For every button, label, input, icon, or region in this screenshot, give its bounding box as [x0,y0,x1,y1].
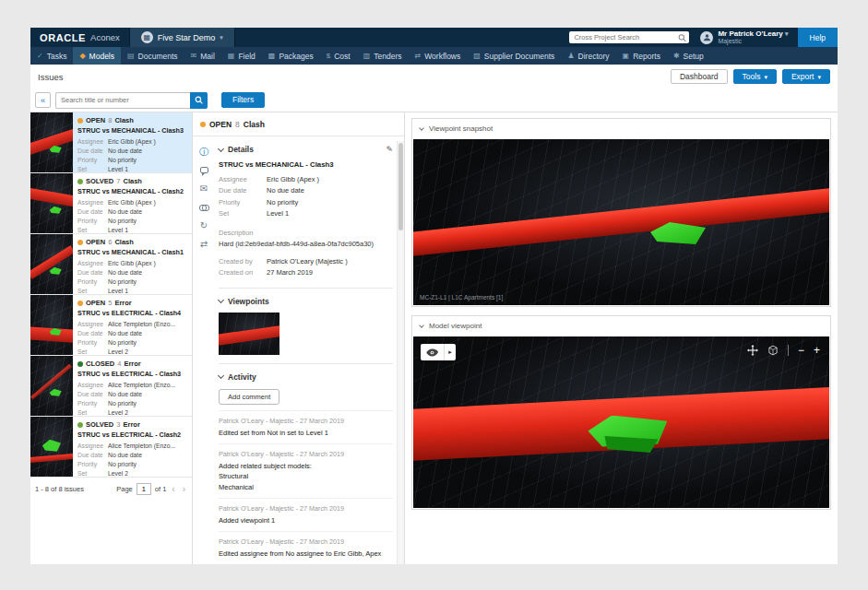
status-dot [77,301,83,306]
page-bar: Issues Dashboard Tools▾ Export▾ [30,65,838,88]
issue-title: STRUC vs MECHANICAL - Clash1 [77,248,187,256]
details-section-header[interactable]: Details ✎ [219,136,393,159]
snapshot-caption: MC-Z1-L1 | L1C Apartments [1] [420,294,503,301]
tab-mail[interactable]: ✉Mail [184,47,221,65]
zoom-in-icon[interactable]: + [814,345,820,356]
tab-field[interactable]: ▦Field [221,47,262,65]
viewpoint-snapshot-header[interactable]: Viewpoint snapshot [412,119,830,138]
project-selector[interactable]: ▦ Five Star Demo ▾ [129,28,235,47]
model-viewpoint-box: Model viewpoint ▸ [411,315,831,510]
main-content: OPEN8Clash STRUC vs MECHANICAL - Clash3 … [30,112,838,564]
activity-meta: Patrick O'Leary - Majestic - 27 March 20… [219,537,393,546]
previous-page-button[interactable]: ‹ [170,485,176,494]
issue-search [55,92,208,109]
issue-list-item[interactable]: CLOSED4Error STRUC vs ELECTRICAL - Clash… [30,356,192,417]
user-menu[interactable]: Mr Patrick O'Leary ▾ Majestic [700,28,788,47]
eye-icon[interactable] [421,344,444,360]
link-icon[interactable] [199,203,209,212]
created-on-value: 27 March 2019 [267,267,313,278]
scrollbar-thumb[interactable] [398,143,403,230]
edit-icon[interactable]: ✎ [386,145,393,154]
add-comment-button[interactable]: Add comment [219,389,279,405]
model-viewpoint-viewer[interactable]: ▸ − + [413,336,829,508]
issue-list-item[interactable]: OPEN5Error STRUC vs ELECTRICAL - Clash4 … [30,295,192,356]
orientation-cube-icon[interactable] [767,345,779,356]
dashboard-button[interactable]: Dashboard [671,69,728,85]
issue-list-item[interactable]: OPEN8Clash STRUC vs MECHANICAL - Clash3 … [30,112,192,173]
issue-info: OPEN5Error STRUC vs ELECTRICAL - Clash4 … [73,295,192,355]
issue-list-item[interactable]: SOLVED7Clash STRUC vs MECHANICAL - Clash… [30,173,192,234]
directory-icon: ♟ [567,52,574,60]
tools-button[interactable]: Tools▾ [733,69,777,85]
issue-search-button[interactable] [190,92,208,109]
info-icon[interactable]: ⓘ [199,148,208,157]
issue-type: Clash [114,238,133,246]
issue-title: STRUC vs ELECTRICAL - Clash3 [77,370,187,378]
status-badge: OPEN [86,238,105,246]
status-badge: OPEN [86,116,105,124]
status-badge: OPEN [86,299,105,307]
issue-thumbnail [30,356,73,416]
status-dot [200,122,206,127]
activity-meta: Patrick O'Leary - Majestic - 27 March 20… [219,417,393,425]
page-label: Page [116,485,133,493]
issue-number: 8 [108,116,112,124]
issue-search-input[interactable] [55,92,190,109]
tab-supplier-documents[interactable]: ▧Supplier Documents [467,47,561,65]
model-viewpoint-header[interactable]: Model viewpoint [412,316,830,336]
caret-right-icon[interactable]: ▸ [444,344,456,360]
report-icon: ▣ [623,52,630,60]
activity-entry: Patrick O'Leary - Majestic - 27 March 20… [219,498,393,531]
export-button[interactable]: Export▾ [782,69,830,85]
caret-down-icon: ▾ [817,74,821,80]
help-button[interactable]: Help [798,28,838,47]
user-org: Majestic [718,38,788,45]
compare-arrows-icon[interactable]: ⇄ [200,240,208,249]
viewpoint-thumbnail[interactable] [219,313,279,355]
tab-packages[interactable]: ▩Packages [262,47,320,65]
page-of-label: of 1 [155,485,167,493]
issue-title: STRUC vs ELECTRICAL - Clash2 [77,431,187,439]
search-icon[interactable] [678,33,686,41]
detail-scrollbar[interactable] [397,141,404,564]
page-number-input[interactable] [137,483,151,495]
issue-list-item[interactable]: SOLVED3Error STRUC vs ELECTRICAL - Clash… [30,417,192,478]
tab-cost[interactable]: $Cost [320,47,357,65]
check-icon: ✓ [37,52,43,60]
issue-list-item[interactable]: OPEN6Clash STRUC vs MECHANICAL - Clash1 … [30,234,192,295]
user-text: Mr Patrick O'Leary ▾ Majestic [718,30,788,45]
issue-title: STRUC vs ELECTRICAL - Clash4 [77,309,187,317]
tab-reports[interactable]: ▣Reports [616,47,667,65]
cross-project-search-input[interactable] [569,31,689,43]
collapse-panel-button[interactable]: « [35,92,51,108]
issue-title: STRUC vs MECHANICAL - Clash2 [77,187,187,195]
mail-icon[interactable]: ✉ [200,184,208,194]
cube-icon: ◆ [79,52,85,60]
activity-text: Edited assignee from No assignee to Eric… [219,549,393,559]
project-name: Five Star Demo [158,33,216,42]
tab-tenders[interactable]: ▥Tenders [357,47,409,65]
refresh-icon[interactable]: ↻ [200,221,208,230]
issue-count: 1 - 8 of 8 issues [35,485,113,493]
tab-directory[interactable]: ♟Directory [561,47,615,65]
package-icon: ▩ [268,52,276,60]
tab-tasks[interactable]: ✓Tasks [30,47,73,65]
zoom-out-icon[interactable]: − [798,345,804,356]
tab-setup[interactable]: ✱Setup [667,47,710,65]
caret-down-icon: ▾ [764,74,767,80]
activity-section-header[interactable]: Activity [219,364,393,386]
activity-meta: Patrick O'Leary - Majestic - 27 March 20… [219,504,393,513]
activity-text: Added related subject models: [219,461,393,471]
comment-icon[interactable] [200,166,208,175]
viewpoints-section-header[interactable]: Viewpoints [219,289,393,311]
tab-documents[interactable]: ▤Documents [121,47,184,65]
tab-workflows[interactable]: ⇄Workflows [409,47,468,65]
filters-button[interactable]: Filters [221,92,265,108]
pan-icon[interactable] [747,345,758,356]
issue-type: Clash [244,120,265,129]
issue-number: 6 [108,238,112,246]
tab-models[interactable]: ◆Models [73,47,121,65]
next-page-button[interactable]: › [181,485,187,494]
cross-project-search [569,28,689,47]
setup-icon: ✱ [673,52,680,60]
